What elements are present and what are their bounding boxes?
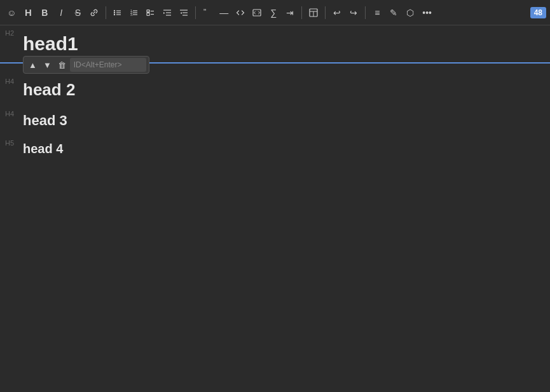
more-button[interactable]: •••	[419, 4, 435, 21]
block-row-head4: H5 head 4	[0, 135, 550, 163]
svg-point-4	[114, 13, 115, 15]
link-button[interactable]	[86, 4, 102, 21]
bold-button[interactable]: B	[37, 4, 52, 21]
checkbox-list-button[interactable]	[143, 4, 158, 21]
block-label-h5: H5	[0, 135, 23, 147]
svg-text:3.: 3.	[130, 12, 133, 16]
block-row-head2: H4 head 2	[0, 74, 550, 106]
indent-button[interactable]	[160, 4, 175, 21]
block-content-head4[interactable]: head 4	[23, 135, 550, 163]
separator-4	[325, 6, 326, 19]
indent-list-button[interactable]: ⇥	[282, 4, 298, 21]
separator-5	[365, 6, 366, 19]
redo-button[interactable]: ↪	[346, 4, 361, 21]
export-button[interactable]: ⬡	[402, 4, 418, 21]
block-content-head3[interactable]: head 3	[23, 106, 550, 135]
block-content-head2[interactable]: head 2	[23, 74, 550, 106]
separator-3	[301, 6, 302, 19]
outdent-button[interactable]	[176, 4, 191, 21]
svg-point-0	[114, 10, 115, 11]
word-count-badge: 48	[530, 7, 546, 18]
divider-button[interactable]: —	[216, 4, 231, 21]
blockquote-button[interactable]: "	[200, 4, 215, 21]
head4-text[interactable]: head 4	[23, 138, 545, 160]
block-label-h4-2: H4	[0, 74, 23, 85]
head2-text[interactable]: head 2	[23, 76, 545, 104]
delete-block-button[interactable]: 🗑	[55, 58, 69, 72]
edit-button[interactable]: ✎	[386, 4, 401, 21]
head3-text[interactable]: head 3	[23, 109, 545, 133]
heading-button[interactable]: H	[20, 4, 36, 21]
undo-button[interactable]: ↩	[329, 4, 345, 21]
italic-button[interactable]: I	[53, 4, 69, 21]
editor-content: H2 head1 ▲ ▼ 🗑 H4 head 2 H4 head 3 H5 he…	[0, 25, 550, 392]
math-button[interactable]: ∑	[266, 4, 281, 21]
ordered-list-button[interactable]: 1.2.3.	[127, 4, 142, 21]
block-row-head3: H4 head 3	[0, 106, 550, 135]
inline-code-button[interactable]	[233, 4, 248, 21]
toolbar: ☺ H B I S 1.2.3. " — ∑ ⇥ ↩ ↪ ≡ ✎	[0, 0, 550, 25]
svg-rect-14	[147, 13, 149, 15]
code-block-button[interactable]	[249, 4, 265, 21]
move-up-button[interactable]: ▲	[26, 58, 39, 72]
separator-1	[106, 6, 106, 19]
block-id-input[interactable]	[70, 58, 146, 72]
align-button[interactable]: ≡	[369, 4, 385, 21]
block-label-h2: H2	[0, 25, 23, 37]
svg-text:": "	[203, 8, 206, 17]
head1-text[interactable]: head1	[23, 28, 545, 60]
unordered-list-button[interactable]	[110, 4, 125, 21]
strikethrough-button[interactable]: S	[70, 4, 85, 21]
emoji-button[interactable]: ☺	[4, 4, 19, 21]
separator-2	[195, 6, 196, 19]
floating-controls: ▲ ▼ 🗑	[23, 56, 149, 74]
block-row-head1: H2 head1 ▲ ▼ 🗑	[0, 25, 550, 64]
block-label-h4-3: H4	[0, 106, 23, 118]
move-down-button[interactable]: ▼	[41, 58, 54, 72]
table-button[interactable]	[306, 4, 321, 21]
svg-point-2	[114, 11, 115, 13]
